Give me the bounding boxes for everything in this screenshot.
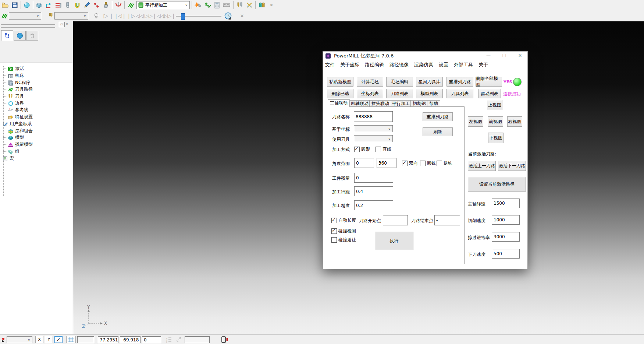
tolerance-input[interactable] (354, 200, 393, 210)
tab-help[interactable]: 帮助 (427, 100, 440, 107)
close-toolbar-icon[interactable]: ✕ (267, 1, 276, 10)
view-top-button[interactable]: 上视图 (487, 100, 502, 110)
close-panel-icon[interactable]: ✕ (65, 22, 68, 26)
tab-3axis[interactable]: 三轴联动 (328, 99, 350, 107)
tree-item-stock-models[interactable]: 残留模型 (0, 141, 33, 148)
axis-z-button[interactable]: Z (54, 336, 63, 343)
close-toolbar-icon[interactable]: ✕ (238, 11, 246, 20)
set-active-path-button[interactable]: 设置当前激活路径 (468, 177, 526, 192)
ruler-icon[interactable] (222, 1, 231, 10)
menu-coords[interactable]: 关于坐标 (340, 62, 359, 68)
rearrange-toolpaths-button[interactable]: 重排列刀路 (446, 77, 473, 87)
simulation-check-icon[interactable] (203, 1, 212, 10)
base-coord-dropdown[interactable]: ∨ (354, 125, 393, 132)
toolpath-select-dropdown[interactable]: ∨ (9, 12, 41, 20)
float-panel-icon[interactable]: ▭ (59, 22, 65, 27)
view-left-button[interactable]: 左视图 (468, 116, 483, 127)
tab-saw[interactable]: 切割锯 (410, 100, 428, 107)
fast-forward-icon[interactable]: ▷▷ (144, 11, 153, 20)
axis-x-button[interactable]: X (35, 336, 43, 343)
angle-from-input[interactable] (354, 158, 374, 168)
tree-item-patterns[interactable]: 参考线 (0, 106, 28, 113)
circular-checkbox[interactable]: 圆形 (354, 146, 370, 152)
menu-about[interactable]: 关于 (478, 62, 488, 68)
toolpath-icon[interactable] (0, 11, 9, 20)
compare-cylinders-icon[interactable] (257, 1, 266, 10)
menu-external-tools[interactable]: 外部工具 (454, 62, 473, 68)
tree-item-macros[interactable]: + 宏 (0, 155, 14, 162)
point-mode-dropdown[interactable]: ∨ (7, 336, 32, 343)
leads-and-links-icon[interactable] (114, 1, 123, 10)
tab-explorer[interactable] (1, 30, 13, 41)
boundary-icon[interactable] (73, 1, 82, 10)
execute-button[interactable]: 执行 (375, 232, 413, 250)
panel-grip[interactable] (1, 23, 55, 25)
rewind-icon[interactable]: ◁◁ (135, 11, 144, 20)
grid-snap-button[interactable] (66, 336, 76, 343)
tool-select-dropdown[interactable]: ∨ (54, 12, 88, 20)
minimize-icon[interactable]: — (482, 52, 495, 60)
pattern-icon[interactable] (82, 1, 91, 10)
menu-path-edit[interactable]: 路径编辑 (365, 62, 384, 68)
climb-mill-checkbox[interactable]: 顺铣 (420, 160, 436, 166)
tree-item-workplanes[interactable]: + 用户坐标系 (0, 120, 32, 127)
block-icon[interactable] (35, 1, 43, 10)
step-forward-icon[interactable]: ❘▷ (127, 11, 135, 20)
tree-item-feature-sets[interactable]: 特征设置 (0, 113, 33, 120)
paste-model-button[interactable]: 粘贴新模型 (327, 77, 353, 87)
auto-length-checkbox[interactable]: 自动长度 (331, 217, 356, 224)
clock-icon[interactable] (224, 11, 232, 20)
cursor-y-field[interactable]: -69.918 (120, 336, 140, 343)
step-back-icon[interactable]: ◁❘ (118, 11, 127, 20)
shaded-view-icon[interactable] (22, 1, 31, 10)
speed-slider-handle[interactable] (181, 13, 185, 20)
tree-item-tools[interactable]: 刀具 (0, 93, 24, 100)
cursor-x-field[interactable]: 77.2951 (98, 336, 118, 343)
tree-item-machine[interactable]: 机床 (0, 72, 24, 79)
tree-item-toolpaths[interactable]: 刀具路径 (0, 86, 33, 93)
skim-feed-input[interactable] (492, 232, 520, 242)
coord-list-button[interactable]: 坐标列表 (357, 89, 383, 98)
tool-mini-icon[interactable] (46, 11, 55, 20)
end-point-input[interactable] (434, 215, 460, 225)
toolpath-list-button[interactable]: 刀路列表 (386, 89, 413, 98)
tree-item-levels[interactable]: 层和组合 (0, 127, 33, 134)
feeds-and-speeds-icon[interactable] (54, 1, 63, 10)
menu-file[interactable]: 文件 (325, 62, 335, 68)
axis-y-button[interactable]: Y (45, 336, 53, 343)
position-probe-icon[interactable] (176, 337, 182, 343)
menu-render-sim[interactable]: 渲染仿真 (414, 62, 433, 68)
angle-to-input[interactable] (377, 158, 396, 168)
go-end-icon[interactable]: ▷▷❘ (164, 11, 175, 20)
tool-library-button[interactable]: 星河刀具库 (416, 77, 443, 87)
panel-grip[interactable] (1, 26, 55, 28)
conventional-mill-checkbox[interactable]: 逆铣 (437, 160, 452, 166)
tree-item-boundaries[interactable]: 边界 (0, 100, 24, 107)
tree-item-models[interactable]: 模型 (0, 134, 24, 141)
tab-4axis[interactable]: 四轴联动 (349, 100, 371, 107)
tree-item-active[interactable]: 激活 (0, 65, 24, 72)
tool-icon[interactable] (63, 1, 72, 10)
tool-list-button[interactable]: 刀具列表 (446, 89, 473, 98)
tab-globe[interactable] (14, 31, 26, 41)
linear-checkbox[interactable]: 直线 (376, 146, 391, 152)
grid-size-field[interactable] (77, 336, 94, 343)
calculator-icon[interactable] (213, 1, 221, 10)
activate-next-toolpath-button[interactable]: 激活下一刀路 (498, 161, 526, 171)
activate-prev-toolpath-button[interactable]: 激活上一刀路 (468, 161, 496, 171)
lightbulb-icon[interactable] (92, 11, 101, 20)
dialog-titlebar[interactable]: PowerMILL 忆梦星河 7.0.6 — ☐ ✕ (323, 52, 527, 60)
block-edit-button[interactable]: 毛坯编辑 (386, 77, 413, 87)
view-right-button[interactable]: 右视图 (507, 116, 522, 127)
cutting-speed-input[interactable] (492, 215, 520, 225)
spindle-speed-input[interactable] (492, 199, 520, 208)
open-project-icon[interactable] (1, 1, 10, 10)
rapid-moves-icon[interactable] (44, 1, 53, 10)
tool-holder-icon[interactable] (102, 1, 110, 10)
points-icon[interactable] (92, 1, 101, 10)
compute-block-button[interactable]: 计算毛坯 (357, 77, 383, 87)
collision-check-checkbox[interactable]: 碰撞检测 (331, 228, 356, 234)
tool-pair-icon[interactable] (235, 1, 244, 10)
strategy-dropdown[interactable]: 平行精加工 ∨ (136, 1, 190, 9)
maximize-icon[interactable]: ☐ (498, 52, 510, 60)
